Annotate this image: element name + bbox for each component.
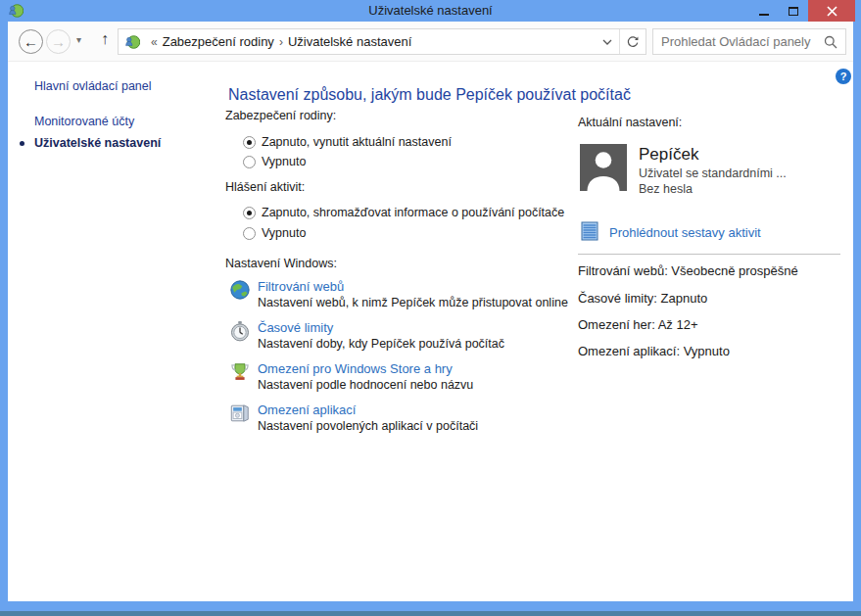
radio-activity-reporting-off[interactable]: Vypnuto <box>243 225 306 241</box>
titlebar: Uživatelské nastavení <box>0 0 861 22</box>
web-filtering-item: Filtrování webů Nastavení webů, k nimž P… <box>229 279 582 309</box>
summary-web-filtering: Filtrování webů: Všeobecně prospěšné <box>578 263 798 278</box>
history-dropdown-button[interactable]: ▾ <box>76 34 81 45</box>
windows-settings-group-label: Nastavení Windows: <box>225 257 337 270</box>
breadcrumb-item-user-settings[interactable]: Uživatelské nastavení <box>288 34 411 49</box>
control-panel-window: Uživatelské nastavení ← → ▾ ↑ « Zabezpeč… <box>0 0 861 616</box>
time-limits-link[interactable]: Časové limity <box>258 320 582 335</box>
search-input[interactable] <box>653 34 823 49</box>
sidebar-item-monitored-accounts[interactable]: Monitorované účty <box>34 115 134 128</box>
window-title: Uživatelské nastavení <box>0 3 861 18</box>
app-restrictions-link[interactable]: Omezení aplikací <box>258 403 582 417</box>
navigation-toolbar: ← → ▾ ↑ « Zabezpečení rodiny › Uživatels… <box>8 22 853 62</box>
summary-app-restrictions: Omezení aplikací: Vypnuto <box>578 344 730 358</box>
trophy-icon <box>229 361 251 383</box>
web-filtering-description: Nastavení webů, k nimž Pepíček může přis… <box>258 296 582 309</box>
window-body: ← → ▾ ↑ « Zabezpečení rodiny › Uživatels… <box>8 22 853 601</box>
time-limits-description: Nastavení doby, kdy Pepíček používá počí… <box>258 337 582 351</box>
breadcrumb-overflow-icon[interactable]: « <box>146 35 163 49</box>
refresh-icon <box>626 35 640 49</box>
address-dropdown-button[interactable] <box>596 29 619 54</box>
search-icon[interactable] <box>823 34 838 50</box>
content-area: ? Hlavní ovládací panel Monitorované účt… <box>8 62 853 601</box>
radio-selected-icon <box>243 136 256 149</box>
divider <box>578 254 840 255</box>
maximize-button[interactable] <box>779 0 808 22</box>
radio-family-safety-off[interactable]: Vypnuto <box>243 154 306 169</box>
globe-icon <box>229 279 251 301</box>
store-game-restrictions-description: Nastavení podle hodnocení nebo názvu <box>258 378 582 392</box>
radio-family-safety-on[interactable]: Zapnuto, vynutit aktuální nastavení <box>243 134 452 150</box>
breadcrumb-separator-icon[interactable]: › <box>274 35 288 49</box>
search-box <box>652 28 846 55</box>
app-restrictions-description: Nastavení povolených aplikací v počítači <box>258 419 582 433</box>
help-button[interactable]: ? <box>836 69 851 84</box>
help-icon: ? <box>840 71 847 82</box>
page-title: Nastavení způsobu, jakým bude Pepíček po… <box>228 86 631 104</box>
summary-time-limits: Časové limity: Zapnuto <box>578 291 707 306</box>
user-password-status: Bez hesla <box>639 182 693 196</box>
user-name: Pepíček <box>639 145 698 165</box>
sidebar-item-user-settings: Uživatelské nastavení <box>34 136 161 150</box>
radio-label: Vypnuto <box>262 155 306 168</box>
up-button[interactable]: ↑ <box>96 30 114 48</box>
radio-label: Zapnuto, shromažďovat informace o použív… <box>262 206 564 219</box>
back-icon: ← <box>24 33 38 50</box>
radio-label: Zapnuto, vynutit aktuální nastavení <box>262 135 452 149</box>
family-safety-icon <box>124 34 140 50</box>
store-game-restrictions-link[interactable]: Omezení pro Windows Store a hry <box>258 361 582 376</box>
forward-icon: → <box>51 33 66 50</box>
stopwatch-icon <box>229 320 251 342</box>
sidebar-item-main-control-panel[interactable]: Hlavní ovládací panel <box>34 79 152 93</box>
back-button[interactable]: ← <box>19 29 43 54</box>
close-icon <box>827 6 837 17</box>
up-arrow-icon: ↑ <box>101 30 109 47</box>
forward-button[interactable]: → <box>46 29 71 54</box>
web-filtering-link[interactable]: Filtrování webů <box>258 279 582 294</box>
radio-activity-reporting-on[interactable]: Zapnuto, shromažďovat informace o použív… <box>243 205 564 220</box>
user-account-type: Uživatel se standardními ... <box>639 166 787 180</box>
radio-label: Vypnuto <box>262 226 306 240</box>
current-settings-label: Aktuální nastavení: <box>578 116 682 129</box>
apps-icon <box>229 403 251 424</box>
address-bar[interactable]: « Zabezpečení rodiny › Uživatelské nasta… <box>118 28 646 55</box>
minimize-icon <box>759 14 769 16</box>
radio-unselected-icon <box>243 227 256 240</box>
active-item-bullet-icon <box>20 141 24 146</box>
activity-reporting-group-label: Hlášení aktivit: <box>225 180 305 194</box>
breadcrumb-item-family-safety[interactable]: Zabezpečení rodiny <box>163 34 274 49</box>
user-avatar <box>580 144 627 191</box>
chevron-down-icon: ▾ <box>76 34 81 45</box>
radio-unselected-icon <box>243 156 256 168</box>
time-limits-item: Časové limity Nastavení doby, kdy Pepíče… <box>229 320 582 351</box>
close-button[interactable] <box>808 0 855 22</box>
refresh-button[interactable] <box>619 29 646 54</box>
app-restrictions-item: Omezení aplikací Nastavení povolených ap… <box>229 403 582 433</box>
desktop-edge <box>0 611 861 616</box>
summary-game-restrictions: Omezení her: Až 12+ <box>578 317 697 332</box>
store-game-restrictions-item: Omezení pro Windows Store a hry Nastaven… <box>229 361 582 392</box>
radio-selected-icon <box>243 207 256 219</box>
maximize-icon <box>789 7 798 16</box>
view-activity-reports-link[interactable]: Prohlédnout sestavy aktivit <box>609 225 761 240</box>
chevron-down-icon <box>602 39 612 45</box>
activity-report-icon <box>580 221 599 241</box>
minimize-button[interactable] <box>749 0 779 22</box>
family-safety-group-label: Zabezpečení rodiny: <box>225 109 336 122</box>
